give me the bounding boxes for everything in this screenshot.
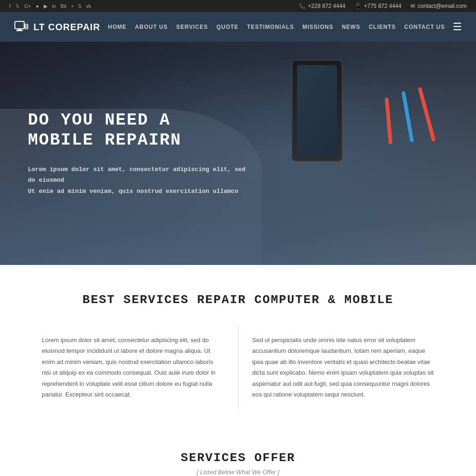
svg-rect-1 [18, 29, 21, 30]
linkedin-icon[interactable]: in [52, 3, 56, 9]
googleplus-icon[interactable]: G+ [24, 3, 31, 9]
services-text-right: Sed ut perspiciatis unde omnis iste natu… [252, 335, 435, 400]
offer-subtitle: [ Listed Below What We Offer ] [28, 469, 448, 476]
phone1-icon: 📞 [299, 3, 306, 9]
phone1: 📞 +228 872 4444 [299, 3, 345, 9]
hero-content: DO YOU NEED A MOBILE REPAIRN Lorem ipsum… [0, 110, 279, 197]
services-section: BEST SERVICES REPAIR COMPUTER & MOBILE L… [0, 265, 476, 428]
nav-clients[interactable]: CLIENTS [369, 24, 396, 30]
phone-decoration [291, 60, 343, 162]
top-bar: f 𝕏 G+ ● ▶ in Bē ▪ S vk 📞 +228 872 4444 … [0, 0, 476, 12]
svg-rect-4 [26, 25, 27, 28]
contact-info: 📞 +228 872 4444 📱 +775 872 4444 ✉ contac… [299, 3, 467, 9]
pinterest-icon[interactable]: ● [36, 3, 39, 9]
hero-title: DO YOU NEED A MOBILE REPAIRN [28, 110, 251, 150]
services-text-left: Lorem ipsum dolor sit amet, consectetur … [42, 335, 224, 400]
nav-news[interactable]: NEWS [342, 24, 360, 30]
hero-description: Lorem ipsum dolor sit amet, consectetur … [28, 164, 251, 197]
services-columns: Lorem ipsum dolor sit amet, consectetur … [28, 325, 448, 409]
services-title: BEST SERVICES REPAIR COMPUTER & MOBILE [28, 293, 448, 307]
nav-missions[interactable]: MISSIONS [302, 24, 333, 30]
services-col-right: Sed ut perspiciatis unde omnis iste natu… [238, 325, 449, 409]
logo-text: LT COREPAIR [33, 22, 100, 33]
vk-icon[interactable]: vk [86, 3, 91, 9]
linkedin2-icon[interactable]: ▪ [72, 3, 73, 9]
email: ✉ contact@email.com [410, 3, 467, 9]
facebook-icon[interactable]: f [9, 3, 11, 9]
social-links[interactable]: f 𝕏 G+ ● ▶ in Bē ▪ S vk [9, 3, 91, 9]
services-col-left: Lorem ipsum dolor sit amet, consectetur … [28, 325, 238, 409]
nav-home[interactable]: HOME [108, 24, 126, 30]
offer-title: SERVICES OFFER [28, 451, 448, 465]
nav-services[interactable]: SERVICES [176, 24, 208, 30]
youtube-icon[interactable]: ▶ [44, 3, 47, 9]
nav-quote[interactable]: QUOTE [216, 24, 238, 30]
svg-rect-2 [16, 30, 23, 31]
nav-contact[interactable]: CONTACT US [404, 24, 445, 30]
behance-icon[interactable]: Bē [60, 3, 66, 9]
hamburger-menu[interactable]: ☰ [453, 21, 462, 33]
nav-testimonials[interactable]: TESTIMONIALS [247, 24, 294, 30]
site-header: LT COREPAIR HOME ABOUT US SERVICES QUOTE… [0, 12, 476, 42]
main-nav: HOME ABOUT US SERVICES QUOTE TESTIMONIAL… [108, 24, 445, 30]
skype-icon[interactable]: S [78, 3, 81, 9]
hero-section: DO YOU NEED A MOBILE REPAIRN Lorem ipsum… [0, 42, 476, 265]
twitter-icon[interactable]: 𝕏 [15, 3, 20, 9]
logo-icon [14, 20, 29, 33]
svg-rect-0 [15, 21, 24, 29]
nav-about[interactable]: ABOUT US [135, 24, 168, 30]
offer-section: SERVICES OFFER [ Listed Below What We Of… [0, 428, 476, 476]
logo[interactable]: LT COREPAIR [14, 20, 100, 33]
email-icon: ✉ [410, 3, 415, 9]
phone2: 📱 +775 872 4444 [355, 3, 401, 9]
phone2-icon: 📱 [355, 3, 362, 9]
